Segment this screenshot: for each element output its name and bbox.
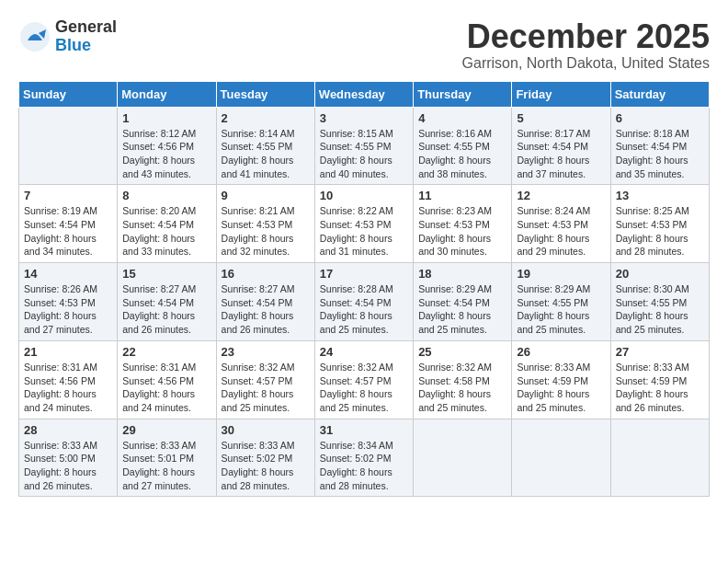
calendar-cell: 19Sunrise: 8:29 AMSunset: 4:55 PMDayligh… [512, 263, 610, 341]
calendar-cell: 13Sunrise: 8:25 AMSunset: 4:53 PMDayligh… [610, 185, 709, 263]
day-info: Sunrise: 8:33 AMSunset: 5:01 PMDaylight:… [122, 439, 210, 493]
day-number: 22 [122, 345, 210, 359]
day-number: 5 [517, 111, 605, 125]
day-info: Sunrise: 8:12 AMSunset: 4:56 PMDaylight:… [122, 127, 210, 181]
day-info: Sunrise: 8:33 AMSunset: 5:00 PMDaylight:… [24, 439, 112, 493]
day-number: 20 [616, 267, 704, 281]
day-number: 28 [24, 423, 112, 437]
calendar-week-4: 21Sunrise: 8:31 AMSunset: 4:56 PMDayligh… [19, 340, 710, 419]
day-info: Sunrise: 8:32 AMSunset: 4:57 PMDaylight:… [320, 361, 408, 415]
calendar-cell [512, 419, 610, 497]
day-number: 24 [320, 345, 408, 359]
calendar-cell: 10Sunrise: 8:22 AMSunset: 4:53 PMDayligh… [314, 185, 413, 263]
day-info: Sunrise: 8:30 AMSunset: 4:55 PMDaylight:… [616, 282, 704, 337]
day-info: Sunrise: 8:23 AMSunset: 4:53 PMDaylight:… [418, 204, 506, 259]
calendar-body: 1Sunrise: 8:12 AMSunset: 4:56 PMDaylight… [19, 107, 710, 497]
day-number: 6 [616, 111, 704, 125]
calendar-cell: 27Sunrise: 8:33 AMSunset: 4:59 PMDayligh… [610, 340, 709, 419]
day-info: Sunrise: 8:34 AMSunset: 5:02 PMDaylight:… [320, 439, 408, 493]
calendar-table: SundayMondayTuesdayWednesdayThursdayFrid… [18, 81, 710, 498]
day-info: Sunrise: 8:29 AMSunset: 4:54 PMDaylight:… [418, 282, 506, 337]
calendar-cell: 11Sunrise: 8:23 AMSunset: 4:53 PMDayligh… [414, 185, 512, 263]
title-block: December 2025 Garrison, North Dakota, Un… [462, 18, 710, 72]
day-number: 13 [616, 189, 704, 202]
day-number: 3 [320, 111, 408, 125]
calendar-cell [19, 107, 118, 185]
calendar-cell [414, 419, 512, 497]
calendar-header-row: SundayMondayTuesdayWednesdayThursdayFrid… [19, 81, 710, 107]
day-number: 29 [122, 423, 210, 437]
day-number: 30 [222, 423, 310, 437]
day-number: 9 [222, 189, 310, 202]
day-info: Sunrise: 8:21 AMSunset: 4:53 PMDaylight:… [222, 204, 310, 259]
day-info: Sunrise: 8:24 AMSunset: 4:53 PMDaylight:… [517, 204, 605, 259]
calendar-cell: 17Sunrise: 8:28 AMSunset: 4:54 PMDayligh… [314, 263, 413, 341]
calendar-cell: 20Sunrise: 8:30 AMSunset: 4:55 PMDayligh… [610, 263, 709, 341]
location-subtitle: Garrison, North Dakota, United States [462, 55, 710, 72]
calendar-cell: 30Sunrise: 8:33 AMSunset: 5:02 PMDayligh… [216, 419, 314, 497]
day-info: Sunrise: 8:32 AMSunset: 4:57 PMDaylight:… [222, 361, 310, 415]
day-number: 10 [320, 189, 408, 202]
day-number: 15 [122, 267, 210, 281]
calendar-week-2: 7Sunrise: 8:19 AMSunset: 4:54 PMDaylight… [19, 185, 710, 263]
day-info: Sunrise: 8:18 AMSunset: 4:54 PMDaylight:… [616, 127, 704, 181]
day-info: Sunrise: 8:33 AMSunset: 4:59 PMDaylight:… [616, 361, 704, 415]
calendar-cell: 23Sunrise: 8:32 AMSunset: 4:57 PMDayligh… [216, 340, 314, 419]
day-info: Sunrise: 8:14 AMSunset: 4:55 PMDaylight:… [222, 127, 310, 181]
day-number: 25 [418, 345, 506, 359]
day-info: Sunrise: 8:25 AMSunset: 4:53 PMDaylight:… [616, 204, 704, 259]
day-info: Sunrise: 8:17 AMSunset: 4:54 PMDaylight:… [517, 127, 605, 181]
calendar-cell: 8Sunrise: 8:20 AMSunset: 4:54 PMDaylight… [118, 185, 216, 263]
calendar-cell: 31Sunrise: 8:34 AMSunset: 5:02 PMDayligh… [314, 419, 413, 497]
day-number: 21 [24, 345, 112, 359]
day-number: 31 [320, 423, 408, 437]
day-number: 18 [418, 267, 506, 281]
day-info: Sunrise: 8:33 AMSunset: 4:59 PMDaylight:… [517, 361, 605, 415]
day-number: 16 [222, 267, 310, 281]
calendar-header-saturday: Saturday [610, 81, 709, 107]
month-title: December 2025 [462, 18, 710, 55]
day-number: 7 [24, 189, 112, 202]
calendar-cell: 25Sunrise: 8:32 AMSunset: 4:58 PMDayligh… [414, 340, 512, 419]
calendar-cell: 4Sunrise: 8:16 AMSunset: 4:55 PMDaylight… [414, 107, 512, 185]
day-info: Sunrise: 8:32 AMSunset: 4:58 PMDaylight:… [418, 361, 506, 415]
logo-blue: Blue [55, 37, 117, 55]
day-number: 2 [222, 111, 310, 125]
day-info: Sunrise: 8:28 AMSunset: 4:54 PMDaylight:… [320, 282, 408, 337]
calendar-cell: 12Sunrise: 8:24 AMSunset: 4:53 PMDayligh… [512, 185, 610, 263]
day-number: 26 [517, 345, 605, 359]
calendar-cell: 9Sunrise: 8:21 AMSunset: 4:53 PMDaylight… [216, 185, 314, 263]
day-info: Sunrise: 8:27 AMSunset: 4:54 PMDaylight:… [122, 282, 210, 337]
day-info: Sunrise: 8:29 AMSunset: 4:55 PMDaylight:… [517, 282, 605, 337]
day-info: Sunrise: 8:31 AMSunset: 4:56 PMDaylight:… [24, 361, 112, 415]
calendar-header-thursday: Thursday [414, 81, 512, 107]
calendar-cell: 2Sunrise: 8:14 AMSunset: 4:55 PMDaylight… [216, 107, 314, 185]
logo-general: General [55, 18, 117, 37]
day-number: 23 [222, 345, 310, 359]
day-info: Sunrise: 8:26 AMSunset: 4:53 PMDaylight:… [24, 282, 112, 337]
day-number: 8 [122, 189, 210, 202]
day-info: Sunrise: 8:33 AMSunset: 5:02 PMDaylight:… [222, 439, 310, 493]
calendar-cell: 7Sunrise: 8:19 AMSunset: 4:54 PMDaylight… [19, 185, 118, 263]
day-info: Sunrise: 8:15 AMSunset: 4:55 PMDaylight:… [320, 127, 408, 181]
logo: General Blue [18, 18, 117, 55]
calendar-cell: 21Sunrise: 8:31 AMSunset: 4:56 PMDayligh… [19, 340, 118, 419]
day-info: Sunrise: 8:22 AMSunset: 4:53 PMDaylight:… [320, 204, 408, 259]
calendar-header-tuesday: Tuesday [216, 81, 314, 107]
day-info: Sunrise: 8:16 AMSunset: 4:55 PMDaylight:… [418, 127, 506, 181]
calendar-header-monday: Monday [118, 81, 216, 107]
calendar-cell: 6Sunrise: 8:18 AMSunset: 4:54 PMDaylight… [610, 107, 709, 185]
day-info: Sunrise: 8:19 AMSunset: 4:54 PMDaylight:… [24, 204, 112, 259]
calendar-cell: 5Sunrise: 8:17 AMSunset: 4:54 PMDaylight… [512, 107, 610, 185]
calendar-week-5: 28Sunrise: 8:33 AMSunset: 5:00 PMDayligh… [19, 419, 710, 497]
calendar-header-friday: Friday [512, 81, 610, 107]
calendar-cell: 3Sunrise: 8:15 AMSunset: 4:55 PMDaylight… [314, 107, 413, 185]
day-number: 12 [517, 189, 605, 202]
calendar-week-1: 1Sunrise: 8:12 AMSunset: 4:56 PMDaylight… [19, 107, 710, 185]
day-info: Sunrise: 8:20 AMSunset: 4:54 PMDaylight:… [122, 204, 210, 259]
day-number: 4 [418, 111, 506, 125]
calendar-cell [610, 419, 709, 497]
day-info: Sunrise: 8:31 AMSunset: 4:56 PMDaylight:… [122, 361, 210, 415]
day-info: Sunrise: 8:27 AMSunset: 4:54 PMDaylight:… [222, 282, 310, 337]
day-number: 19 [517, 267, 605, 281]
